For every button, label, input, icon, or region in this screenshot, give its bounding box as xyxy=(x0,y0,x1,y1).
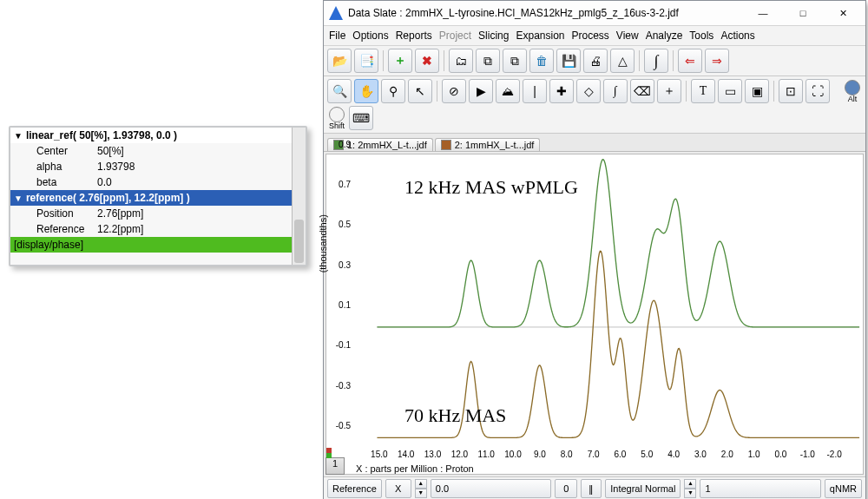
x-tick: 9.0 xyxy=(534,450,546,459)
prop-reference[interactable]: Reference12.2[ppm] xyxy=(10,221,306,237)
page-indicator[interactable]: 1 xyxy=(326,457,345,475)
window-title: Data Slate : 2mmHX_L-tyrosine.HCl_MAS12k… xyxy=(348,7,740,19)
diamond-icon[interactable]: ◇ xyxy=(576,79,601,103)
disable-icon[interactable]: ⊘ xyxy=(442,79,466,103)
text-icon[interactable]: T xyxy=(691,79,715,103)
x-field[interactable]: X xyxy=(385,479,411,498)
zoom-icon[interactable]: 🔍 xyxy=(327,79,352,103)
play-icon[interactable]: ▶ xyxy=(469,79,493,103)
x-tick: 3.0 xyxy=(694,450,707,459)
x-tick: 10.0 xyxy=(504,450,521,459)
x-tick: 4.0 xyxy=(667,450,680,459)
trash-icon[interactable]: 🗑 xyxy=(529,49,554,73)
menu-actions[interactable]: Actions xyxy=(720,30,754,42)
app-window: Data Slate : 2mmHX_L-tyrosine.HCl_MAS12k… xyxy=(323,0,866,499)
menubar: File Options Reports Project Slicing Exp… xyxy=(324,26,865,46)
prop-beta[interactable]: beta0.0 xyxy=(10,174,306,190)
titlebar[interactable]: Data Slate : 2mmHX_L-tyrosine.HCl_MAS12k… xyxy=(324,1,865,26)
pan-hand-icon[interactable]: ✋ xyxy=(354,79,378,103)
zero-button[interactable]: 0 xyxy=(555,479,577,498)
crosshair-icon[interactable]: ✚ xyxy=(549,79,574,103)
print-icon[interactable]: 🖨 xyxy=(583,49,608,73)
x-tick: 12.0 xyxy=(451,450,468,459)
dot-icon[interactable]: ⊡ xyxy=(779,79,803,103)
value-field-1[interactable]: 0.0 xyxy=(431,479,551,498)
expand-icon[interactable]: ⛶ xyxy=(806,79,830,103)
plot-area[interactable]: (thousandths) 0.90.70.50.30.1-0.1-0.3-0.… xyxy=(326,154,864,475)
keyboard-icon[interactable]: ⌨ xyxy=(349,106,373,130)
menu-analyze[interactable]: Analyze xyxy=(646,30,683,42)
vline-icon[interactable]: | xyxy=(523,79,547,103)
x-tick: 13.0 xyxy=(424,450,441,459)
toolbar-row-1: 📂 📑 ＋ ✖ 🗂 ⧉ ⧉ 🗑 💾 🖨 △ ∫ ⇐ ⇒ xyxy=(324,46,865,76)
properties-scrollbar[interactable] xyxy=(292,128,306,265)
menu-options[interactable]: Options xyxy=(352,30,388,42)
copy2-icon[interactable]: ⧉ xyxy=(503,49,527,73)
copy-icon[interactable]: ⧉ xyxy=(476,49,500,73)
menu-process[interactable]: Process xyxy=(572,30,609,42)
y-tick: 0.1 xyxy=(339,299,351,309)
prop-alpha[interactable]: alpha1.93798 xyxy=(10,159,306,174)
tab-2[interactable]: 2: 1mmHX_L-t...jdf xyxy=(435,138,541,151)
prop-position[interactable]: Position2.76[ppm] xyxy=(10,206,306,221)
add-icon[interactable]: ＋ xyxy=(388,49,412,73)
open-recent-icon[interactable]: 📑 xyxy=(354,49,378,73)
x-tick: 6.0 xyxy=(614,450,626,459)
back-icon[interactable]: ⇐ xyxy=(678,49,702,73)
forward-icon[interactable]: ⇒ xyxy=(705,49,729,73)
x-tick: -2.0 xyxy=(827,450,842,459)
ref-label: Reference xyxy=(327,479,382,498)
integral2-icon[interactable]: ∫ xyxy=(603,79,628,103)
y-tick: 0.7 xyxy=(339,179,351,188)
delete-icon[interactable]: ✖ xyxy=(415,49,439,73)
y-tick: 0.3 xyxy=(339,259,351,269)
x-tick: 14.0 xyxy=(398,450,414,459)
plus2-icon[interactable]: ＋ xyxy=(657,79,681,103)
alt-indicator: Alt xyxy=(843,80,862,103)
x-stepper[interactable]: ▲▼ xyxy=(415,479,427,498)
select-dashed-icon[interactable]: ▭ xyxy=(718,79,742,103)
integral-stepper[interactable]: ▲▼ xyxy=(684,479,696,498)
y-tick: 0.9 xyxy=(339,139,351,148)
y-axis-label: (thousandths) xyxy=(318,214,328,272)
value-field-2[interactable]: 1 xyxy=(700,479,820,498)
save-icon[interactable]: 💾 xyxy=(556,49,581,73)
open-icon[interactable]: 📂 xyxy=(327,49,352,73)
y-tick: -0.5 xyxy=(336,421,351,430)
x-axis-label: X : parts per Million : Proton xyxy=(352,463,861,474)
group-linear-ref[interactable]: linear_ref( 50[%], 1.93798, 0.0 ) xyxy=(10,128,306,143)
qnmr-button[interactable]: qNMR xyxy=(825,479,862,498)
maximize-button[interactable]: □ xyxy=(786,1,820,25)
shift-indicator: Shift xyxy=(327,107,346,130)
ruler-icon[interactable]: ‖ xyxy=(581,479,602,498)
menu-view[interactable]: View xyxy=(616,30,639,42)
menu-slicing[interactable]: Slicing xyxy=(478,30,509,42)
menu-file[interactable]: File xyxy=(329,30,345,42)
x-axis: X : parts per Million : Proton 15.014.01… xyxy=(352,450,861,474)
integral-icon[interactable]: ∫ xyxy=(644,49,668,73)
close-button[interactable]: ✕ xyxy=(825,1,860,25)
group-display-phase[interactable]: [display/phase] xyxy=(10,237,306,253)
y-tick: 0.5 xyxy=(339,220,351,229)
folders-icon[interactable]: 🗂 xyxy=(449,49,473,73)
group-reference[interactable]: reference( 2.76[ppm], 12.2[ppm] ) xyxy=(10,190,306,206)
integral-mode-select[interactable]: Integral Normal xyxy=(605,479,681,498)
menu-expansion[interactable]: Expansion xyxy=(516,30,564,42)
minimize-button[interactable]: — xyxy=(746,1,780,25)
prop-center[interactable]: Center50[%] xyxy=(10,143,306,159)
peak-icon[interactable]: ⚲ xyxy=(381,79,405,103)
x-tick: 11.0 xyxy=(477,450,494,459)
erase-icon[interactable]: ⌫ xyxy=(630,79,654,103)
y-tick: -0.1 xyxy=(336,340,351,350)
y-tick: -0.3 xyxy=(336,380,351,390)
peakpick-icon[interactable]: ⛰ xyxy=(496,79,520,103)
pointer-icon[interactable]: ↖ xyxy=(408,79,432,103)
toolbar-row-2: 🔍 ✋ ⚲ ↖ ⊘ ▶ ⛰ | ✚ ◇ ∫ ⌫ ＋ T ▭ ▣ ⊡ ⛶ Alt … xyxy=(324,76,865,134)
y-axis: (thousandths) 0.90.70.50.30.1-0.1-0.3-0.… xyxy=(326,154,352,450)
tri-icon[interactable]: △ xyxy=(610,49,635,73)
menu-reports[interactable]: Reports xyxy=(396,30,432,42)
select-solid-icon[interactable]: ▣ xyxy=(745,79,769,103)
x-tick: 1.0 xyxy=(748,450,760,459)
menu-tools[interactable]: Tools xyxy=(689,30,713,42)
x-tick: 0.0 xyxy=(775,450,787,459)
